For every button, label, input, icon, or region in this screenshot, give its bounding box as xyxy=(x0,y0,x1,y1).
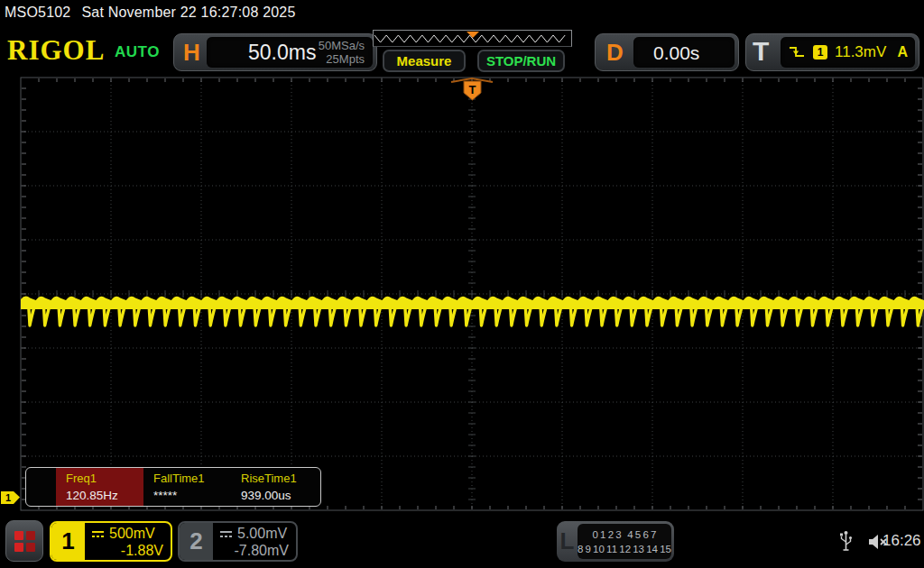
measurement-label: FallTime1 xyxy=(153,472,231,485)
usb-icon xyxy=(838,530,854,554)
trigger-position-marker[interactable]: T xyxy=(451,78,493,100)
channel1-number: 1 xyxy=(51,523,85,560)
channel1-marker-number: 1 xyxy=(5,492,11,503)
logic-label: L xyxy=(557,521,578,562)
measurement-value: ***** xyxy=(153,489,231,502)
measurement-label: Freq1 xyxy=(66,472,143,485)
channel2-values: 5.00mV -7.80mV xyxy=(213,523,296,560)
measurement-label: RiseTime1 xyxy=(241,472,319,485)
clock: 16:26 xyxy=(882,532,921,550)
dc-coupling-icon xyxy=(219,530,233,538)
measurement-value: 120.85Hz xyxy=(66,489,143,502)
window-layout-button[interactable] xyxy=(5,520,43,562)
channel2-number: 2 xyxy=(180,523,213,560)
channel2-offset: -7.80mV xyxy=(219,543,289,559)
logic-channels-badge[interactable]: L 0 1 2 3 4 5 6 7 8 9 10 11 12 13 14 15 xyxy=(557,521,674,562)
measurement-falltime1[interactable]: FallTime1 ***** xyxy=(143,468,231,506)
channel1-offset-marker[interactable]: 1 xyxy=(1,491,20,504)
trigger-marker-letter: T xyxy=(469,83,476,96)
dc-coupling-icon xyxy=(91,530,105,538)
red-grid-icon xyxy=(14,531,35,552)
channel2-scale: 5.00mV xyxy=(237,526,287,542)
logic-channel-list: 0 1 2 3 4 5 6 7 8 9 10 11 12 13 14 15 xyxy=(578,524,671,559)
channel1-offset: -1.88V xyxy=(91,543,163,559)
channel1-values: 500mV -1.88V xyxy=(85,523,171,560)
measurement-panel[interactable]: Freq1 120.85Hz FallTime1 ***** RiseTime1… xyxy=(25,467,321,507)
graticule-grid xyxy=(21,78,923,510)
channel2-badge[interactable]: 2 5.00mV -7.80mV xyxy=(178,521,298,562)
measurement-risetime1[interactable]: RiseTime1 939.00us xyxy=(231,468,319,506)
logic-row-8-15: 8 9 10 11 12 13 14 15 xyxy=(578,542,671,556)
channel1-badge[interactable]: 1 500mV -1.88V xyxy=(50,521,172,562)
oscilloscope-screen: MSO5102Sat November 22 16:27:08 2025 RIG… xyxy=(0,0,924,568)
measurement-value: 939.00us xyxy=(241,489,319,502)
logic-row-0-7: 0 1 2 3 4 5 6 7 xyxy=(578,527,671,542)
measurement-freq1[interactable]: Freq1 120.85Hz xyxy=(56,468,143,506)
channel1-scale: 500mV xyxy=(109,526,155,542)
